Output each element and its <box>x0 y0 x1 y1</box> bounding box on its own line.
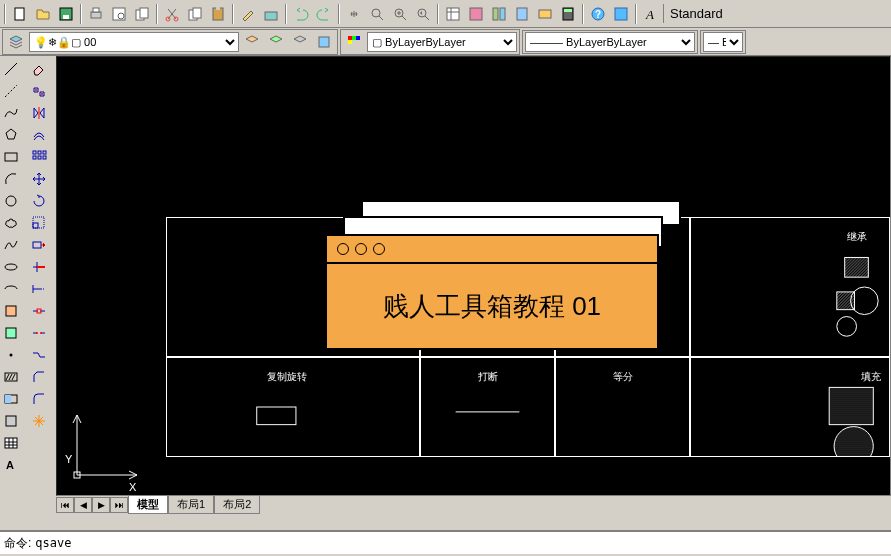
save-button[interactable] <box>55 3 77 25</box>
zoom-window-button[interactable] <box>389 3 411 25</box>
stretch-tool[interactable] <box>28 234 50 256</box>
standard-toolbar: ? A Standard <box>0 0 891 28</box>
lineweight-dropdown[interactable]: — BB <box>703 32 743 52</box>
tab-prev-button[interactable]: ◀ <box>74 497 92 513</box>
tab-last-button[interactable]: ⏭ <box>110 497 128 513</box>
svg-rect-12 <box>193 8 201 18</box>
svg-text:A: A <box>6 459 14 471</box>
scale-tool[interactable] <box>28 212 50 234</box>
text-style-button[interactable]: A <box>640 3 662 25</box>
chamfer-tool[interactable] <box>28 366 50 388</box>
point-tool[interactable] <box>0 344 22 366</box>
offset-tool[interactable] <box>28 124 50 146</box>
revcloud-tool[interactable] <box>0 212 22 234</box>
color-dropdown[interactable]: ▢ ByLayerByLayer <box>367 32 517 52</box>
svg-rect-58 <box>33 242 41 248</box>
layer-isolate-button[interactable] <box>289 31 311 53</box>
undo-button[interactable] <box>290 3 312 25</box>
trim-tool[interactable] <box>28 256 50 278</box>
polygon-tool[interactable] <box>0 124 22 146</box>
insert-block-tool[interactable] <box>0 300 22 322</box>
close-icon <box>337 243 349 255</box>
layer-states-button[interactable] <box>265 31 287 53</box>
gradient-tool[interactable] <box>0 388 22 410</box>
open-button[interactable] <box>32 3 54 25</box>
ellipse-arc-tool[interactable] <box>0 278 22 300</box>
markup-button[interactable] <box>534 3 556 25</box>
svg-rect-21 <box>493 8 498 20</box>
linetype-dropdown[interactable]: ——— ByLayerByLayer <box>525 32 695 52</box>
svg-point-60 <box>36 332 38 334</box>
svg-point-37 <box>6 196 16 206</box>
svg-text:?: ? <box>595 9 601 20</box>
layer-manager-button[interactable] <box>5 31 27 53</box>
construction-line-tool[interactable] <box>0 80 22 102</box>
zoom-realtime-button[interactable] <box>366 3 388 25</box>
copy-tool[interactable] <box>28 80 50 102</box>
redo-button[interactable] <box>313 3 335 25</box>
sheet-set-button[interactable] <box>511 3 533 25</box>
array-tool[interactable] <box>28 146 50 168</box>
arc-tool[interactable] <box>0 168 22 190</box>
break-tool[interactable] <box>28 322 50 344</box>
mirror-tool[interactable] <box>28 102 50 124</box>
match-properties-button[interactable] <box>237 3 259 25</box>
hatch-tool[interactable] <box>0 366 22 388</box>
make-block-tool[interactable] <box>0 322 22 344</box>
svg-rect-8 <box>140 8 148 18</box>
region-tool[interactable] <box>0 410 22 432</box>
layer-unisolate-button[interactable] <box>313 31 335 53</box>
ellipse-tool[interactable] <box>0 256 22 278</box>
line-tool[interactable] <box>0 58 22 80</box>
separator <box>437 4 439 24</box>
help-button[interactable]: ? <box>587 3 609 25</box>
zoom-previous-button[interactable] <box>412 3 434 25</box>
explode-tool[interactable] <box>28 410 50 432</box>
copy-button[interactable] <box>184 3 206 25</box>
draw-toolbar: A <box>0 56 28 476</box>
command-input[interactable] <box>35 536 887 550</box>
design-center-button[interactable] <box>465 3 487 25</box>
table-tool[interactable] <box>0 432 22 454</box>
mtext-tool[interactable]: A <box>0 454 22 476</box>
rotate-tool[interactable] <box>28 190 50 212</box>
layer-previous-button[interactable] <box>241 31 263 53</box>
tab-layout1[interactable]: 布局1 <box>168 496 214 514</box>
rectangle-tool[interactable] <box>0 146 22 168</box>
svg-rect-23 <box>517 8 527 20</box>
tab-next-button[interactable]: ▶ <box>92 497 110 513</box>
tool-palettes-button[interactable] <box>488 3 510 25</box>
svg-rect-2 <box>63 15 69 19</box>
erase-tool[interactable] <box>28 58 50 80</box>
break-at-point-tool[interactable] <box>28 300 50 322</box>
tab-model[interactable]: 模型 <box>128 496 168 514</box>
polyline-tool[interactable] <box>0 102 22 124</box>
pan-button[interactable] <box>343 3 365 25</box>
fillet-tool[interactable] <box>28 388 50 410</box>
layer-dropdown[interactable]: 💡❄🔒▢ 00 <box>29 32 239 52</box>
spline-tool[interactable] <box>0 234 22 256</box>
tab-first-button[interactable]: ⏮ <box>56 497 74 513</box>
print-preview-button[interactable] <box>108 3 130 25</box>
help-search-button[interactable] <box>610 3 632 25</box>
svg-rect-29 <box>615 8 627 20</box>
drawing-canvas[interactable]: Y X 延长 继承 <box>56 56 891 496</box>
cut-button[interactable] <box>161 3 183 25</box>
paste-button[interactable] <box>207 3 229 25</box>
block-editor-button[interactable] <box>260 3 282 25</box>
tab-layout2[interactable]: 布局2 <box>214 496 260 514</box>
extend-tool[interactable] <box>28 278 50 300</box>
calculator-button[interactable] <box>557 3 579 25</box>
svg-rect-55 <box>43 156 46 159</box>
publish-button[interactable] <box>131 3 153 25</box>
properties-button[interactable] <box>442 3 464 25</box>
circle-tool[interactable] <box>0 190 22 212</box>
svg-point-41 <box>10 354 13 357</box>
new-button[interactable] <box>9 3 31 25</box>
print-button[interactable] <box>85 3 107 25</box>
join-tool[interactable] <box>28 344 50 366</box>
color-control-button[interactable] <box>343 31 365 53</box>
svg-rect-22 <box>500 8 505 20</box>
svg-rect-0 <box>15 8 24 20</box>
move-tool[interactable] <box>28 168 50 190</box>
